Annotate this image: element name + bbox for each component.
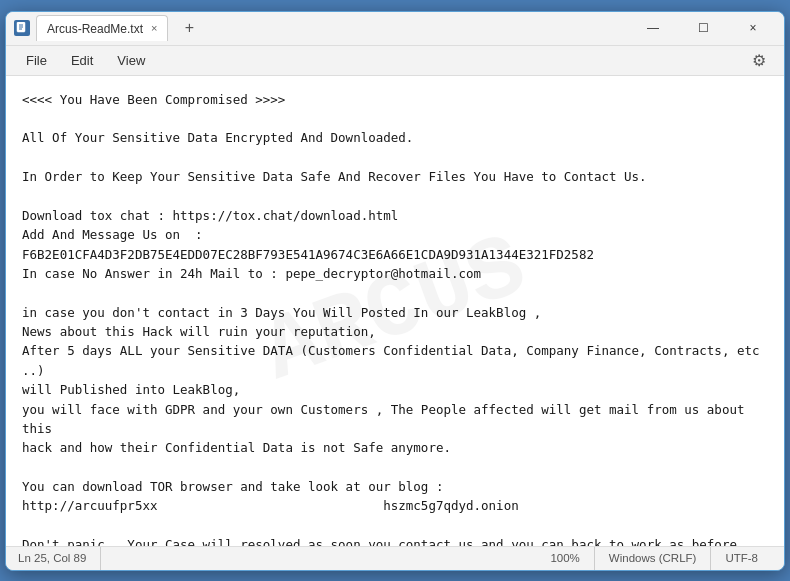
zoom-level: 100% xyxy=(536,547,594,570)
line-ending: Windows (CRLF) xyxy=(595,547,712,570)
edit-menu[interactable]: Edit xyxy=(61,49,103,72)
window-controls: — ☐ × xyxy=(630,14,776,42)
view-menu[interactable]: View xyxy=(107,49,155,72)
menu-bar: File Edit View ⚙ xyxy=(6,46,784,76)
settings-icon[interactable]: ⚙ xyxy=(744,47,774,74)
file-tab[interactable]: Arcus-ReadMe.txt × xyxy=(36,15,168,41)
minimize-button[interactable]: — xyxy=(630,14,676,42)
new-tab-button[interactable]: + xyxy=(178,17,200,39)
app-icon xyxy=(14,20,30,36)
status-bar: Ln 25, Col 89 100% Windows (CRLF) UTF-8 xyxy=(6,546,784,570)
file-menu[interactable]: File xyxy=(16,49,57,72)
tab-close-button[interactable]: × xyxy=(151,23,157,34)
cursor-position: Ln 25, Col 89 xyxy=(18,547,101,570)
title-bar-left: Arcus-ReadMe.txt × + xyxy=(14,15,630,41)
title-bar: Arcus-ReadMe.txt × + — ☐ × xyxy=(6,12,784,46)
maximize-button[interactable]: ☐ xyxy=(680,14,726,42)
encoding: UTF-8 xyxy=(711,547,772,570)
text-content-area[interactable]: ARCUS <<<< You Have Been Compromised >>>… xyxy=(6,76,784,546)
main-window: Arcus-ReadMe.txt × + — ☐ × File Edit Vie… xyxy=(5,11,785,571)
close-window-button[interactable]: × xyxy=(730,14,776,42)
document-text: <<<< You Have Been Compromised >>>> All … xyxy=(22,90,768,546)
tab-label: Arcus-ReadMe.txt xyxy=(47,22,143,36)
